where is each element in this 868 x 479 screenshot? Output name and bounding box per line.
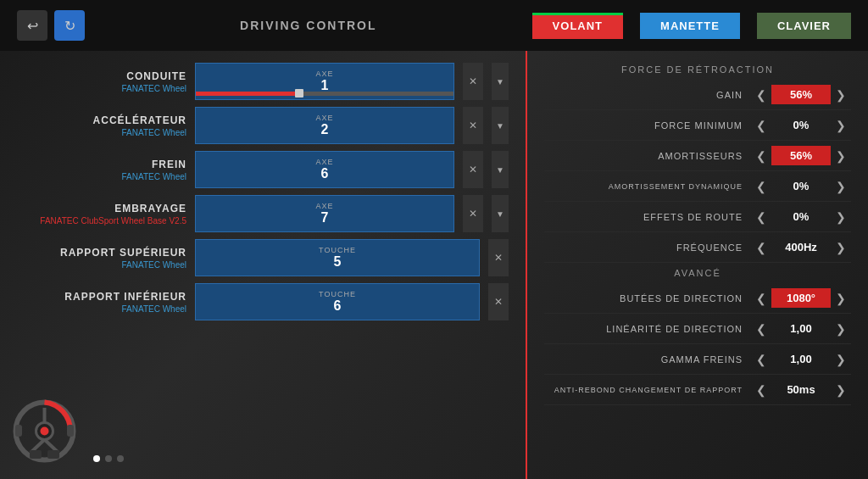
ff2-row-1: LINÉARITÉ DE DIRECTION❮1,00❯	[544, 314, 851, 344]
ff-arrow-left-3[interactable]: ❮	[751, 176, 771, 197]
content-area: CONDUITEFANATEC WheelAXE1✕▼ACCÉLÉRATEURF…	[0, 51, 868, 479]
ff-label-0: GAIN	[544, 90, 751, 100]
control-sub-label-frein: FANATEC Wheel	[122, 172, 187, 181]
tab-clavier[interactable]: CLAVIER	[757, 13, 851, 39]
ff-arrow-right-0[interactable]: ❯	[831, 85, 851, 105]
control-sub-label-accelerateur: FANATEC Wheel	[122, 128, 187, 137]
control-dropdown-embrayage[interactable]: ▼	[492, 195, 509, 232]
control-dropdown-frein[interactable]: ▼	[492, 151, 509, 188]
input-type-label-accelerateur: AXE	[315, 114, 333, 122]
dot-1	[93, 455, 100, 462]
ff2-value-1: 1,00	[771, 322, 831, 335]
tab-volant-wrapper: VOLANT	[532, 13, 623, 39]
control-input-accelerateur[interactable]: AXE2	[195, 107, 454, 144]
ff-arrow-left-2[interactable]: ❮	[751, 146, 771, 166]
ff-row-0: GAIN❮56%❯	[544, 80, 851, 110]
ff-arrow-right-2[interactable]: ❯	[831, 146, 851, 166]
control-row-rapport_sup: RAPPORT SUPÉRIEURFANATEC WheelTOUCHE5✕	[17, 236, 509, 280]
slider-bar-conduite[interactable]	[196, 92, 453, 96]
control-close-frein[interactable]: ✕	[463, 151, 483, 188]
ff2-arrow-left-2[interactable]: ❮	[751, 349, 771, 370]
input-type-label-frein: AXE	[315, 158, 333, 166]
ff-label-4: EFFETS DE ROUTE	[544, 212, 751, 222]
control-row-rapport_inf: RAPPORT INFÉRIEURFANATEC WheelTOUCHE6✕	[17, 280, 509, 324]
ff-value-3: 0%	[771, 180, 831, 192]
control-sub-label-embrayage: FANATEC ClubSport Wheel Base V2.5	[40, 216, 186, 226]
control-row-accelerateur: ACCÉLÉRATEURFANATEC WheelAXE2✕▼	[17, 103, 509, 148]
ff-arrow-right-3[interactable]: ❯	[831, 176, 851, 197]
control-input-conduite[interactable]: AXE1	[195, 63, 454, 100]
input-value-embrayage: 7	[321, 210, 329, 226]
ff2-value-2: 1,00	[771, 353, 831, 365]
ff-arrow-left-4[interactable]: ❮	[751, 207, 771, 227]
left-panel: CONDUITEFANATEC WheelAXE1✕▼ACCÉLÉRATEURF…	[0, 51, 526, 479]
control-main-label-conduite: CONDUITE	[126, 70, 186, 82]
ff-value-2: 56%	[771, 146, 831, 165]
control-close-accelerateur[interactable]: ✕	[463, 107, 483, 144]
control-close-embrayage[interactable]: ✕	[463, 195, 483, 232]
control-label-embrayage: EMBRAYAGEFANATEC ClubSport Wheel Base V2…	[17, 203, 186, 226]
control-label-frein: FREINFANATEC Wheel	[17, 159, 186, 181]
control-main-label-rapport_sup: RAPPORT SUPÉRIEUR	[60, 247, 186, 259]
control-close-conduite[interactable]: ✕	[463, 63, 483, 100]
input-value-rapport_inf: 6	[334, 298, 342, 314]
page-dots	[93, 455, 124, 462]
control-sub-label-conduite: FANATEC Wheel	[122, 84, 187, 93]
ff2-arrow-right-1[interactable]: ❯	[831, 319, 851, 339]
input-type-label-conduite: AXE	[315, 70, 333, 78]
ff2-arrow-left-3[interactable]: ❮	[751, 380, 771, 400]
ff2-value-0: 1080°	[771, 288, 831, 308]
refresh-button[interactable]: ↻	[54, 10, 85, 41]
input-type-label-embrayage: AXE	[315, 202, 333, 210]
ff-row-1: FORCE MINIMUM❮0%❯	[544, 110, 851, 141]
ff2-arrow-right-3[interactable]: ❯	[831, 380, 851, 400]
ff2-label-3: ANTI-REBOND CHANGEMENT DE RAPPORT	[544, 386, 751, 394]
ff2-arrow-right-0[interactable]: ❯	[831, 288, 851, 309]
ff-arrow-right-4[interactable]: ❯	[831, 207, 851, 227]
control-dropdown-accelerateur[interactable]: ▼	[492, 107, 509, 144]
control-close-rapport_sup[interactable]: ✕	[488, 239, 509, 276]
control-input-rapport_inf[interactable]: TOUCHE6	[195, 283, 480, 320]
input-value-rapport_sup: 5	[334, 254, 342, 270]
ff2-arrow-left-1[interactable]: ❮	[751, 319, 771, 339]
ff2-row-3: ANTI-REBOND CHANGEMENT DE RAPPORT❮50ms❯	[544, 375, 851, 405]
control-row-conduite: CONDUITEFANATEC WheelAXE1✕▼	[17, 59, 509, 103]
undo-button[interactable]: ↩	[17, 10, 47, 41]
control-input-rapport_sup[interactable]: TOUCHE5	[195, 239, 480, 276]
ff2-arrow-right-2[interactable]: ❯	[831, 349, 851, 370]
ff-value-5: 400Hz	[771, 241, 831, 253]
svg-point-9	[41, 427, 49, 436]
ff2-label-2: GAMMA FREINS	[544, 354, 751, 365]
ff-value-4: 0%	[771, 210, 831, 223]
top-bar: ↩ ↻ DRIVING CONTROL VOLANT MANETTE CLAVI…	[0, 0, 868, 51]
control-row-embrayage: EMBRAYAGEFANATEC ClubSport Wheel Base V2…	[17, 192, 509, 236]
control-main-label-frein: FREIN	[152, 159, 186, 170]
dot-3	[117, 455, 124, 462]
ff-arrow-left-0[interactable]: ❮	[751, 85, 771, 105]
control-input-embrayage[interactable]: AXE7	[195, 195, 454, 232]
ff-arrow-right-1[interactable]: ❯	[831, 115, 851, 136]
dot-2	[105, 455, 112, 462]
ff-arrow-left-5[interactable]: ❮	[751, 237, 771, 258]
ff-label-1: FORCE MINIMUM	[544, 120, 751, 131]
ff-label-5: FRÉQUENCE	[544, 242, 751, 253]
svg-rect-7	[30, 450, 42, 459]
control-label-accelerateur: ACCÉLÉRATEURFANATEC Wheel	[17, 114, 186, 137]
ff2-label-1: LINÉARITÉ DE DIRECTION	[544, 324, 751, 334]
tab-manette[interactable]: MANETTE	[640, 13, 740, 39]
ff-rows-container: GAIN❮56%❯FORCE MINIMUM❮0%❯AMORTISSEURS❮5…	[544, 80, 851, 263]
ff-arrow-right-5[interactable]: ❯	[831, 237, 851, 258]
right-panel: FORCE DE RÉTROACTION GAIN❮56%❯FORCE MINI…	[526, 51, 868, 479]
control-dropdown-conduite[interactable]: ▼	[492, 63, 509, 100]
control-input-frein[interactable]: AXE6	[195, 151, 454, 188]
svg-rect-6	[67, 425, 74, 437]
input-type-label-rapport_inf: TOUCHE	[319, 290, 356, 298]
ff-row-3: AMORTISSEMENT DYNAMIQUE❮0%❯	[544, 171, 851, 202]
ff-row-5: FRÉQUENCE❮400Hz❯	[544, 232, 851, 263]
ff-arrow-left-1[interactable]: ❮	[751, 115, 771, 136]
tab-volant[interactable]: VOLANT	[532, 13, 623, 39]
ff-rows2-container: BUTÉES DE DIRECTION❮1080°❯LINÉARITÉ DE D…	[544, 283, 851, 405]
control-close-rapport_inf[interactable]: ✕	[488, 283, 509, 320]
input-type-label-rapport_sup: TOUCHE	[319, 246, 356, 254]
ff2-arrow-left-0[interactable]: ❮	[751, 288, 771, 309]
